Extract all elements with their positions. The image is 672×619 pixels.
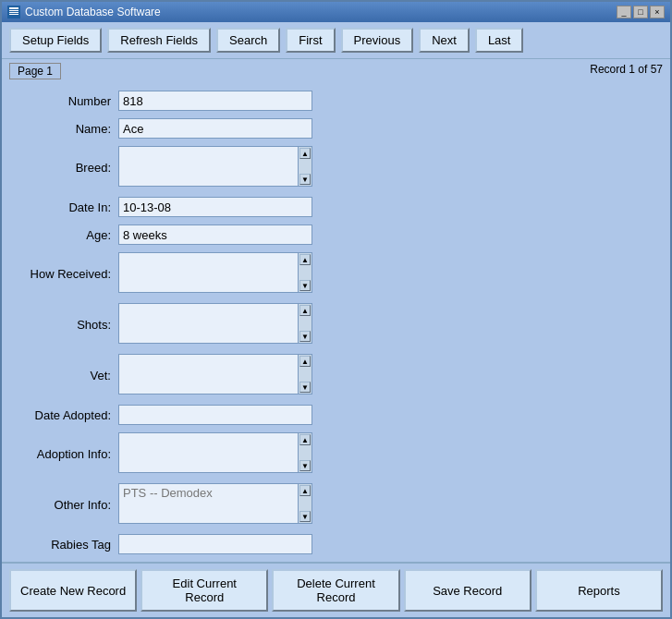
rabies-tag-row: Rabies Tag: [17, 534, 655, 554]
refresh-fields-button[interactable]: Refresh Fields: [107, 28, 211, 53]
save-record-button[interactable]: Save Record: [404, 569, 531, 612]
page-indicator: Page 1: [9, 63, 61, 79]
how-received-scrollbar: ▲ ▼: [298, 252, 312, 293]
date-adopted-row: Date Adopted:: [17, 405, 655, 425]
title-bar-controls: _ □ ×: [617, 6, 665, 18]
age-input[interactable]: [118, 225, 312, 245]
name-row: Name:: [17, 118, 655, 139]
page-bar: Page 1 Record 1 of 57: [2, 59, 670, 83]
date-in-input[interactable]: [118, 197, 312, 217]
adoption-info-label: Adoption Info:: [17, 447, 118, 461]
reports-button[interactable]: Reports: [535, 569, 663, 612]
main-window: Custom Database Software _ □ × Setup Fie…: [0, 0, 672, 619]
number-input[interactable]: [118, 91, 312, 111]
adoption-info-scroll-up[interactable]: ▲: [299, 434, 311, 445]
svg-rect-4: [9, 14, 18, 15]
age-label: Age:: [17, 228, 118, 242]
svg-rect-3: [9, 12, 18, 13]
vet-select-wrapper: ▲ ▼: [118, 354, 312, 397]
delete-current-record-button[interactable]: Delete Current Record: [272, 569, 399, 612]
breed-label: Breed:: [17, 161, 118, 175]
name-input[interactable]: [118, 118, 312, 139]
rabies-tag-label: Rabies Tag: [17, 538, 118, 552]
record-indicator: Record 1 of 57: [590, 63, 663, 79]
shots-scrollbar: ▲ ▼: [298, 303, 312, 344]
title-bar: Custom Database Software _ □ ×: [2, 2, 670, 22]
adoption-info-scrollbar: ▲ ▼: [298, 432, 312, 473]
breed-scroll-up[interactable]: ▲: [299, 148, 311, 159]
maximize-button[interactable]: □: [633, 6, 648, 18]
name-label: Name:: [17, 122, 118, 136]
vet-scrollbar: ▲ ▼: [298, 354, 312, 394]
how-received-label: How Received:: [17, 267, 118, 281]
svg-rect-1: [9, 7, 18, 9]
window-title: Custom Database Software: [25, 6, 161, 18]
other-info-scroll-down[interactable]: ▼: [299, 511, 311, 522]
number-label: Number: [17, 94, 118, 108]
form-area: Number Name: Breed: ▲ ▼ Date In:: [2, 83, 670, 562]
vet-scroll-up[interactable]: ▲: [299, 356, 311, 367]
shots-row: Shots: ▲ ▼: [17, 303, 655, 346]
how-received-scroll-up[interactable]: ▲: [299, 254, 311, 265]
last-button[interactable]: Last: [475, 28, 524, 53]
shots-label: Shots:: [17, 318, 118, 332]
breed-row: Breed: ▲ ▼: [17, 146, 655, 189]
close-button[interactable]: ×: [650, 6, 665, 18]
other-info-scroll-up[interactable]: ▲: [299, 485, 311, 496]
shots-scroll-up[interactable]: ▲: [299, 305, 311, 316]
create-new-record-button[interactable]: Create New Record: [9, 569, 137, 612]
svg-rect-2: [9, 10, 18, 11]
toolbar: Setup Fields Refresh Fields Search First…: [2, 22, 670, 59]
next-button[interactable]: Next: [419, 28, 470, 53]
shots-select[interactable]: [118, 303, 303, 344]
first-button[interactable]: First: [286, 28, 335, 53]
other-info-row: Other Info: ▲ ▼: [17, 483, 655, 527]
date-in-label: Date In:: [17, 200, 118, 214]
how-received-select-wrapper: ▲ ▼: [118, 252, 312, 296]
how-received-scroll-down[interactable]: ▼: [299, 280, 311, 291]
vet-row: Vet: ▲ ▼: [17, 354, 655, 397]
how-received-select[interactable]: [118, 252, 303, 293]
breed-scroll-down[interactable]: ▼: [299, 174, 311, 185]
vet-label: Vet:: [17, 369, 118, 382]
other-info-textarea[interactable]: [118, 483, 303, 524]
setup-fields-button[interactable]: Setup Fields: [9, 28, 102, 53]
vet-scroll-down[interactable]: ▼: [299, 382, 311, 393]
edit-current-record-button[interactable]: Edit Current Record: [141, 569, 268, 612]
other-info-scrollbar: ▲ ▼: [298, 483, 312, 524]
date-in-row: Date In:: [17, 197, 655, 217]
shots-select-wrapper: ▲ ▼: [118, 303, 312, 346]
vet-select[interactable]: [118, 354, 303, 394]
breed-select-wrapper: ▲ ▼: [118, 146, 312, 189]
previous-button[interactable]: Previous: [341, 28, 414, 53]
adoption-info-row: Adoption Info: ▲ ▼: [17, 432, 655, 476]
bottom-bar: Create New Record Edit Current Record De…: [2, 562, 670, 617]
adoption-info-scroll-down[interactable]: ▼: [299, 460, 311, 471]
rabies-tag-input[interactable]: [118, 534, 312, 554]
other-info-label: Other Info:: [17, 498, 118, 512]
search-button[interactable]: Search: [216, 28, 280, 53]
adoption-info-select-wrapper: ▲ ▼: [118, 432, 312, 476]
adoption-info-select[interactable]: [118, 432, 303, 473]
how-received-row: How Received: ▲ ▼: [17, 252, 655, 296]
date-adopted-label: Date Adopted:: [17, 408, 118, 422]
breed-scrollbar: ▲ ▼: [298, 146, 312, 187]
number-row: Number: [17, 91, 655, 111]
shots-scroll-down[interactable]: ▼: [299, 331, 311, 342]
other-info-select-wrapper: ▲ ▼: [118, 483, 312, 527]
app-icon: [7, 6, 20, 18]
date-adopted-input[interactable]: [118, 405, 312, 425]
breed-select[interactable]: [118, 146, 303, 187]
age-row: Age:: [17, 225, 655, 245]
minimize-button[interactable]: _: [617, 6, 631, 18]
